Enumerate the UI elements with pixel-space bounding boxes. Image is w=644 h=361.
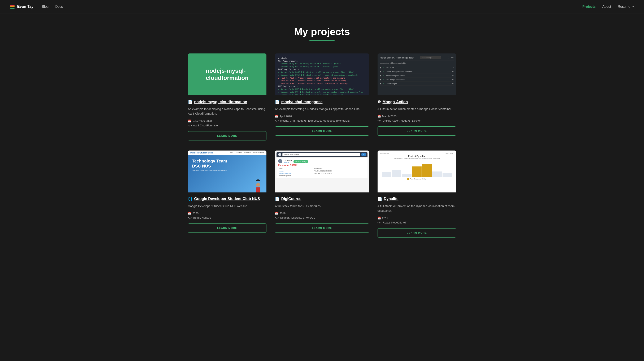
project-link[interactable]: mocha-chai-mongoose [281, 100, 322, 104]
project-link[interactable]: Dynalite [384, 197, 398, 201]
chart-bar [412, 166, 422, 177]
project-meta: 📅 2019 </> React, NodeJS, IoT [378, 216, 456, 224]
dsc-content: Technology TeamDSC NUS Developer Student… [188, 155, 266, 175]
learn-more-button[interactable]: LEARN MORE [378, 126, 456, 136]
project-card-mongo-action: mongo-action CI / Test mongo-action ⟨ ⟩ … [378, 54, 456, 140]
code-icon: </> [378, 221, 382, 224]
forum-nav: 🔍 [276, 152, 367, 157]
forum-body: Lim Jun Jie Student + Account settings F… [276, 158, 367, 178]
project-date: 📅 2020 [188, 212, 266, 215]
project-link[interactable]: DigiCourse [281, 197, 301, 201]
chart-bar [402, 174, 411, 177]
project-meta: 📅 April 2020 </> Mocha, Chai, NodeJS, Ex… [275, 115, 369, 122]
project-info: 📄 nodejs-mysql-cloudformation An example… [188, 96, 266, 140]
forum-user: Lim Jun Jie Student + Account settings [278, 159, 366, 163]
calendar-icon: 📅 [188, 120, 191, 123]
chart-legend: Room Occupancy (Daily) [380, 178, 454, 180]
project-thumbnail-nodejs-mysql: nodejs-mysql-cloudformation [188, 54, 266, 96]
project-card-dynalite: Backend API Github Repo Project Dynalite… [378, 150, 456, 238]
project-date: 📅 2019 [378, 216, 456, 220]
project-link[interactable]: Google Developer Student Club NUS [194, 197, 260, 201]
project-description: A Github action which creates a mongo Do… [378, 107, 456, 111]
project-card-dsc: Developer Student Clubs Home About Us We… [188, 150, 266, 238]
project-thumbnail-digicourse: 🔍 Lim Jun Jie Student + Account settings… [275, 150, 369, 192]
dsc-figure [252, 176, 264, 192]
nav-resume[interactable]: Resume ↗ [618, 4, 634, 8]
chart-subtitle: A full-stack IoT project on the dynamic … [380, 158, 454, 159]
account-settings-button[interactable]: + Account settings [294, 160, 308, 163]
chart-bar [432, 172, 442, 177]
forum-title: Forums for CS2102 [278, 164, 366, 166]
dsc-nav: Developer Student Clubs Home About Us We… [188, 150, 266, 155]
project-date: 📅 November 2020 [188, 120, 266, 123]
project-tech: </> AWS CloudFormation [188, 124, 266, 127]
learn-more-button[interactable]: LEARN MORE [188, 131, 266, 140]
nav-links-left: Blog Docs [42, 5, 63, 8]
ci-steps: ▶ ✓ Set up job 1s ▶ ✓ Create mongo Docke… [380, 66, 454, 86]
code-icon: </> [275, 216, 279, 219]
project-description: Google Developer Student Club NUS websit… [188, 204, 266, 208]
forum-search-button[interactable]: 🔍 [362, 153, 366, 156]
navbar: Evan Tay Blog Docs Projects About Resume… [0, 0, 644, 14]
project-tech: </> React, NodeJS [188, 216, 266, 219]
project-description: A full-stack IoT project on the dynamic … [378, 204, 456, 213]
nav-brand[interactable]: Evan Tay [17, 4, 34, 9]
project-name: 📄 mocha-chai-mongoose [275, 100, 369, 104]
chart-bar [392, 170, 401, 177]
project-info: 📄 Dynalite A full-stack IoT project on t… [378, 192, 456, 238]
project-link[interactable]: Mongo-Action [382, 100, 408, 104]
page-header: My projects [0, 14, 644, 49]
project-card-digicourse: 🔍 Lim Jun Jie Student + Account settings… [275, 150, 369, 238]
calendar-icon: 📅 [378, 216, 381, 220]
learn-more-button[interactable]: LEARN MORE [275, 224, 369, 233]
project-card-nodejs-mysql: nodejs-mysql-cloudformation 📄 nodejs-mys… [188, 54, 266, 140]
calendar-icon: 📅 [188, 212, 191, 215]
ci-header: mongo-action CI / Test mongo-action ⟨ ⟩ … [380, 56, 454, 61]
project-thumbnail-dsc: Developer Student Clubs Home About Us We… [188, 150, 266, 192]
nav-logo[interactable]: Evan Tay [10, 4, 34, 9]
forum-table: Topic:Created On: Lectures Thu Mar 08 20… [278, 167, 366, 177]
learn-more-button[interactable]: LEARN MORE [275, 126, 369, 136]
project-meta: 📅 November 2020 </> AWS CloudFormation [188, 120, 266, 127]
project-description: An example for deploying a NodeJS app to… [188, 107, 266, 116]
chart-title: Project Dynalite [380, 155, 454, 158]
learn-more-button[interactable]: LEARN MORE [378, 228, 456, 238]
code-icon: </> [188, 124, 192, 127]
chart-bar [382, 172, 391, 177]
project-link[interactable]: nodejs-mysql-cloudformation [194, 100, 247, 104]
ci-search-input[interactable] [420, 56, 441, 59]
project-info: 🌐 Google Developer Student Club NUS Goog… [188, 192, 266, 233]
forum-search-input[interactable] [282, 153, 360, 156]
ci-subtitle: succeeded 13 hours ago in 26s [380, 62, 454, 64]
logo-icon [10, 5, 15, 8]
project-meta: 📅 2020 </> React, NodeJS [188, 212, 266, 219]
project-tech: </> NodeJS, ExpressJS, MySQL [275, 216, 369, 219]
ci-controls: ⟨ ⟩ ⋯ [448, 56, 454, 59]
code-icon: </> [188, 216, 192, 219]
project-tech: </> GitHub Action, NodeJS, Docker [378, 119, 456, 122]
learn-more-button[interactable]: LEARN MORE [188, 224, 266, 233]
project-card-mocha: products GET /api/products ✓ Successfull… [275, 54, 369, 140]
code-icon: </> [275, 119, 279, 122]
project-info: ⚙ Mongo-Action A Github action which cre… [378, 96, 456, 136]
project-thumbnail-dynalite: Backend API Github Repo Project Dynalite… [378, 150, 456, 192]
legend-dot [407, 178, 409, 180]
project-info: 📄 mocha-chai-mongoose An example for tes… [275, 96, 369, 136]
project-thumbnail-mocha: products GET /api/products ✓ Successfull… [275, 54, 369, 96]
header-underline [310, 40, 334, 41]
nav-docs[interactable]: Docs [55, 5, 63, 8]
project-tech: </> React, NodeJS, IoT [378, 221, 456, 224]
nav-blog[interactable]: Blog [42, 5, 49, 8]
nav-about[interactable]: About [602, 5, 611, 8]
nav-projects[interactable]: Projects [582, 5, 596, 8]
project-description: A full-stack forum for NUS modules. [275, 204, 369, 208]
project-meta: 📅 2018 </> NodeJS, ExpressJS, MySQL [275, 212, 369, 219]
ci-title: mongo-action CI / Test mongo-action [380, 56, 414, 59]
project-name: 📄 DigiCourse [275, 197, 369, 201]
project-description: An example for testing a NodeJS-MongoDB … [275, 107, 369, 111]
project-name: 📄 Dynalite [378, 197, 456, 201]
calendar-icon: 📅 [378, 115, 381, 118]
project-date: 📅 2018 [275, 212, 369, 215]
project-name: 🌐 Google Developer Student Club NUS [188, 197, 266, 201]
thumbnail-text: nodejs-mysql-cloudformation [206, 67, 249, 81]
